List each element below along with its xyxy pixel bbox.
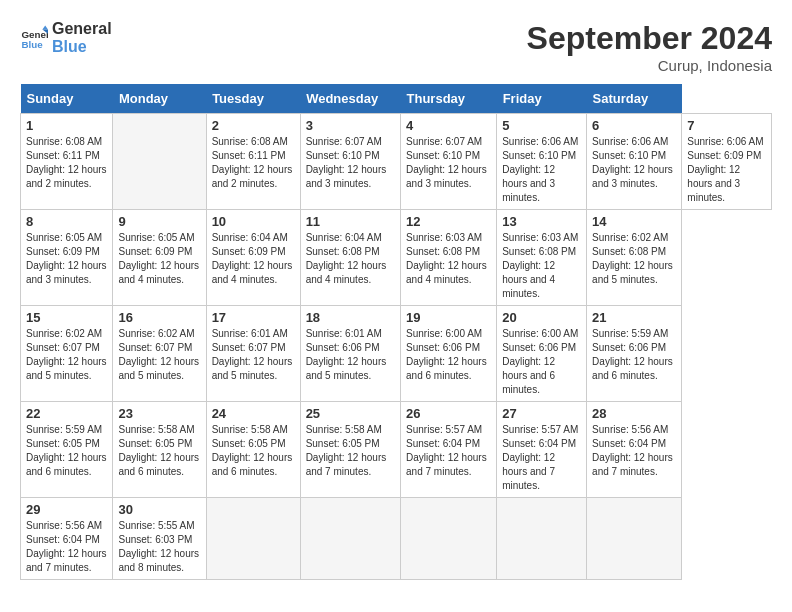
empty-cell <box>401 498 497 580</box>
empty-cell <box>113 114 206 210</box>
empty-cell <box>497 498 587 580</box>
calendar-week: 8 Sunrise: 6:05 AM Sunset: 6:09 PM Dayli… <box>21 210 772 306</box>
title-block: September 2024 Curup, Indonesia <box>527 20 772 74</box>
table-row: 19 Sunrise: 6:00 AM Sunset: 6:06 PM Dayl… <box>401 306 497 402</box>
page-header: General Blue General Blue September 2024… <box>20 20 772 74</box>
table-row: 27 Sunrise: 5:57 AM Sunset: 6:04 PM Dayl… <box>497 402 587 498</box>
table-row: 22 Sunrise: 5:59 AM Sunset: 6:05 PM Dayl… <box>21 402 113 498</box>
table-row: 30 Sunrise: 5:55 AM Sunset: 6:03 PM Dayl… <box>113 498 206 580</box>
table-row: 12 Sunrise: 6:03 AM Sunset: 6:08 PM Dayl… <box>401 210 497 306</box>
col-monday: Monday <box>113 84 206 114</box>
table-row: 6 Sunrise: 6:06 AM Sunset: 6:10 PM Dayli… <box>587 114 682 210</box>
table-row: 18 Sunrise: 6:01 AM Sunset: 6:06 PM Dayl… <box>300 306 400 402</box>
logo-icon: General Blue <box>20 24 48 52</box>
table-row: 1 Sunrise: 6:08 AM Sunset: 6:11 PM Dayli… <box>21 114 113 210</box>
logo: General Blue General Blue <box>20 20 112 55</box>
table-row: 13 Sunrise: 6:03 AM Sunset: 6:08 PM Dayl… <box>497 210 587 306</box>
table-row: 29 Sunrise: 5:56 AM Sunset: 6:04 PM Dayl… <box>21 498 113 580</box>
table-row: 17 Sunrise: 6:01 AM Sunset: 6:07 PM Dayl… <box>206 306 300 402</box>
table-row: 14 Sunrise: 6:02 AM Sunset: 6:08 PM Dayl… <box>587 210 682 306</box>
calendar-table: Sunday Monday Tuesday Wednesday Thursday… <box>20 84 772 580</box>
svg-marker-2 <box>42 25 48 29</box>
svg-text:Blue: Blue <box>21 38 43 49</box>
table-row: 4 Sunrise: 6:07 AM Sunset: 6:10 PM Dayli… <box>401 114 497 210</box>
logo-line1: General <box>52 20 112 38</box>
col-thursday: Thursday <box>401 84 497 114</box>
table-row: 21 Sunrise: 5:59 AM Sunset: 6:06 PM Dayl… <box>587 306 682 402</box>
table-row: 15 Sunrise: 6:02 AM Sunset: 6:07 PM Dayl… <box>21 306 113 402</box>
table-row: 16 Sunrise: 6:02 AM Sunset: 6:07 PM Dayl… <box>113 306 206 402</box>
calendar-week: 29 Sunrise: 5:56 AM Sunset: 6:04 PM Dayl… <box>21 498 772 580</box>
table-row: 10 Sunrise: 6:04 AM Sunset: 6:09 PM Dayl… <box>206 210 300 306</box>
calendar-week: 15 Sunrise: 6:02 AM Sunset: 6:07 PM Dayl… <box>21 306 772 402</box>
calendar-week: 1 Sunrise: 6:08 AM Sunset: 6:11 PM Dayli… <box>21 114 772 210</box>
col-tuesday: Tuesday <box>206 84 300 114</box>
table-row: 5 Sunrise: 6:06 AM Sunset: 6:10 PM Dayli… <box>497 114 587 210</box>
table-row: 24 Sunrise: 5:58 AM Sunset: 6:05 PM Dayl… <box>206 402 300 498</box>
table-row: 11 Sunrise: 6:04 AM Sunset: 6:08 PM Dayl… <box>300 210 400 306</box>
empty-cell <box>206 498 300 580</box>
empty-cell <box>300 498 400 580</box>
table-row: 20 Sunrise: 6:00 AM Sunset: 6:06 PM Dayl… <box>497 306 587 402</box>
table-row: 25 Sunrise: 5:58 AM Sunset: 6:05 PM Dayl… <box>300 402 400 498</box>
location: Curup, Indonesia <box>527 57 772 74</box>
calendar-week: 22 Sunrise: 5:59 AM Sunset: 6:05 PM Dayl… <box>21 402 772 498</box>
col-sunday: Sunday <box>21 84 113 114</box>
table-row: 7 Sunrise: 6:06 AM Sunset: 6:09 PM Dayli… <box>682 114 772 210</box>
col-wednesday: Wednesday <box>300 84 400 114</box>
header-row: Sunday Monday Tuesday Wednesday Thursday… <box>21 84 772 114</box>
month-title: September 2024 <box>527 20 772 57</box>
table-row: 26 Sunrise: 5:57 AM Sunset: 6:04 PM Dayl… <box>401 402 497 498</box>
col-saturday: Saturday <box>587 84 682 114</box>
table-row: 23 Sunrise: 5:58 AM Sunset: 6:05 PM Dayl… <box>113 402 206 498</box>
logo-line2: Blue <box>52 38 112 56</box>
table-row: 9 Sunrise: 6:05 AM Sunset: 6:09 PM Dayli… <box>113 210 206 306</box>
empty-cell <box>587 498 682 580</box>
table-row: 2 Sunrise: 6:08 AM Sunset: 6:11 PM Dayli… <box>206 114 300 210</box>
table-row: 28 Sunrise: 5:56 AM Sunset: 6:04 PM Dayl… <box>587 402 682 498</box>
table-row: 8 Sunrise: 6:05 AM Sunset: 6:09 PM Dayli… <box>21 210 113 306</box>
table-row: 3 Sunrise: 6:07 AM Sunset: 6:10 PM Dayli… <box>300 114 400 210</box>
col-friday: Friday <box>497 84 587 114</box>
